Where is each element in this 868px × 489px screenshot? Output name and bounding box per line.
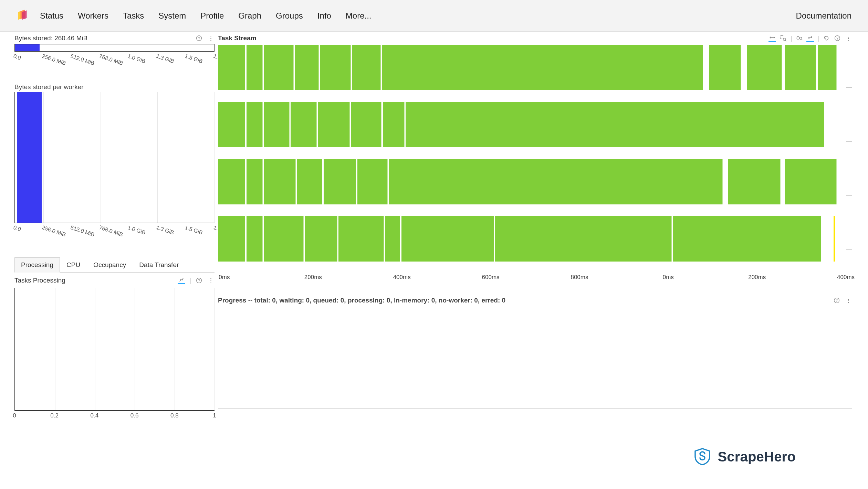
task-segment[interactable] — [406, 102, 824, 147]
progress-chart[interactable] — [218, 307, 852, 409]
task-stream-chart[interactable] — [218, 44, 852, 273]
task-segment[interactable] — [385, 216, 400, 262]
task-segment[interactable] — [324, 159, 356, 204]
tasks-processing-header: Tasks Processing | ? ⋮ — [14, 277, 218, 284]
task-segment[interactable] — [218, 216, 245, 262]
help-icon[interactable]: ? — [834, 34, 841, 42]
gridline — [215, 92, 215, 223]
left-tabs: Processing CPU Occupancy Data Transfer — [14, 257, 215, 273]
gridline — [95, 288, 95, 410]
task-segment[interactable] — [357, 159, 388, 204]
task-segment[interactable] — [247, 102, 263, 147]
task-segment[interactable] — [264, 45, 294, 90]
svg-text:?: ? — [836, 36, 838, 40]
bytes-stored-bar — [15, 44, 40, 51]
task-segment[interactable] — [247, 45, 263, 90]
task-segment[interactable] — [785, 159, 837, 204]
nav-documentation[interactable]: Documentation — [796, 11, 851, 21]
nav-profile[interactable]: Profile — [200, 11, 224, 21]
help-icon[interactable]: ? — [833, 297, 840, 304]
more-icon[interactable]: ⋮ — [845, 297, 852, 304]
nav-info[interactable]: Info — [317, 11, 331, 21]
nav-tasks[interactable]: Tasks — [123, 11, 144, 21]
more-icon[interactable]: ⋮ — [845, 34, 852, 42]
help-icon[interactable]: ? — [195, 277, 203, 284]
gridline — [215, 288, 215, 410]
task-segment[interactable] — [495, 216, 672, 262]
task-segment[interactable] — [264, 102, 290, 147]
task-segment[interactable] — [218, 159, 245, 204]
nav-system[interactable]: System — [158, 11, 186, 21]
task-segment[interactable] — [297, 159, 322, 204]
svg-text:?: ? — [198, 279, 200, 283]
gridline — [72, 92, 72, 223]
task-segment[interactable] — [352, 45, 381, 90]
task-segment[interactable] — [291, 102, 317, 147]
task-segment[interactable] — [247, 159, 263, 204]
task-segment[interactable] — [218, 102, 245, 147]
reset-icon[interactable] — [823, 34, 830, 42]
help-icon[interactable]: ? — [195, 34, 203, 42]
nav-workers[interactable]: Workers — [78, 11, 108, 21]
more-icon[interactable]: ⋮ — [207, 34, 215, 42]
task-segment[interactable] — [709, 45, 741, 90]
tab-cpu[interactable]: CPU — [60, 257, 87, 272]
task-segment[interactable] — [338, 216, 384, 262]
task-segment[interactable] — [305, 216, 337, 262]
left-column: Bytes stored: 260.46 MiB ? ⋮ 0.0256.0 Mi… — [0, 32, 218, 425]
task-stream-row — [218, 216, 840, 262]
axis-tick: 400ms — [393, 274, 411, 281]
tab-occupancy[interactable]: Occupancy — [87, 257, 133, 272]
nav-more[interactable]: More... — [346, 11, 372, 21]
task-segment[interactable] — [247, 216, 263, 262]
more-icon[interactable]: ⋮ — [207, 277, 215, 284]
axis-tick: 0.2 — [50, 412, 59, 419]
tab-data-transfer[interactable]: Data Transfer — [133, 257, 185, 272]
axis-tick: 0.0 — [12, 53, 22, 61]
tasks-processing-chart[interactable] — [14, 288, 215, 411]
nav-items: Status Workers Tasks System Profile Grap… — [40, 11, 796, 21]
nav-status[interactable]: Status — [40, 11, 63, 21]
nav-groups[interactable]: Groups — [276, 11, 303, 21]
svg-text:?: ? — [836, 299, 838, 302]
task-segment[interactable] — [747, 45, 782, 90]
wheel-zoom-icon[interactable] — [795, 34, 803, 42]
task-segment[interactable] — [295, 45, 319, 90]
task-segment[interactable] — [401, 216, 494, 262]
task-stream-xaxis: 0ms200ms400ms600ms800ms0ms200ms400ms — [218, 274, 852, 284]
axis-tick: 512.0 MiB — [70, 53, 95, 66]
task-segment[interactable] — [785, 45, 816, 90]
task-segment[interactable] — [382, 45, 703, 90]
bytes-per-worker-chart[interactable] — [14, 92, 215, 223]
task-segment[interactable] — [318, 102, 350, 147]
pan-icon[interactable] — [768, 34, 776, 42]
axis-tick: 0.8 — [170, 412, 179, 419]
svg-point-11 — [797, 36, 799, 40]
progress-title: Progress -- total: 0, waiting: 0, queued… — [218, 297, 505, 304]
hover-tool-icon[interactable] — [178, 277, 185, 284]
task-segment[interactable] — [264, 159, 296, 204]
bytes-stored-chart[interactable] — [14, 44, 215, 52]
task-segment[interactable] — [389, 159, 723, 204]
box-zoom-icon[interactable] — [780, 34, 787, 42]
svg-marker-2 — [22, 10, 27, 20]
axis-tick: 0ms — [219, 274, 230, 281]
axis-tick: 200ms — [304, 274, 322, 281]
nav-graph[interactable]: Graph — [238, 11, 261, 21]
task-segment[interactable] — [218, 45, 245, 90]
watermark-text: ScrapeHero — [718, 449, 796, 465]
axis-tick: 768.0 MiB — [98, 224, 124, 238]
task-segment[interactable] — [673, 216, 821, 262]
task-segment[interactable] — [818, 45, 837, 90]
task-segment[interactable] — [351, 102, 381, 147]
bytes-per-worker-xaxis: 0.0256.0 MiB512.0 MiB768.0 MiB1.0 GiB1.3… — [14, 223, 215, 241]
task-segment[interactable] — [728, 159, 781, 204]
task-segment[interactable] — [320, 45, 351, 90]
tasks-processing-title: Tasks Processing — [14, 277, 65, 284]
gridline — [43, 92, 44, 223]
task-segment[interactable] — [264, 216, 304, 262]
task-segment[interactable] — [383, 102, 405, 147]
scrapehero-icon — [693, 447, 712, 466]
tab-processing[interactable]: Processing — [14, 257, 60, 273]
hover-icon[interactable] — [806, 34, 814, 42]
